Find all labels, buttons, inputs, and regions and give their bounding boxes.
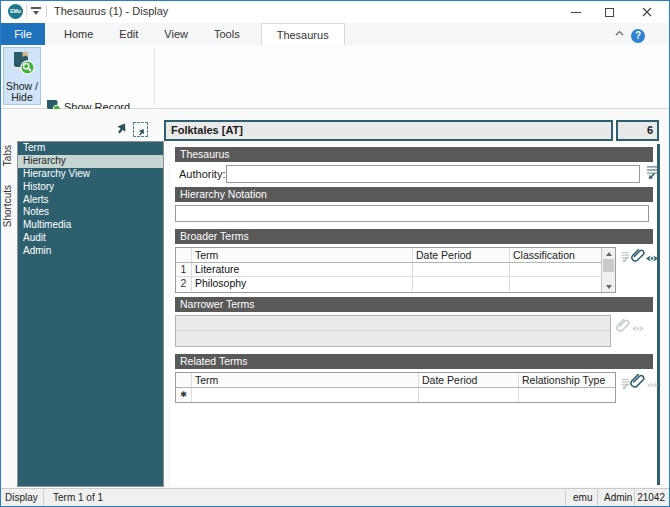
status-mode: Display [1, 489, 43, 506]
date-period-cell[interactable] [413, 263, 510, 276]
tab-home[interactable]: Home [51, 23, 106, 45]
broader-view-button[interactable] [645, 250, 659, 268]
scrollbar-thumb[interactable] [603, 259, 614, 272]
classification-cell[interactable] [510, 263, 600, 276]
tab-view[interactable]: View [151, 23, 201, 45]
eye-icon [645, 253, 659, 264]
ribbon-group-separator [154, 48, 155, 105]
sidebar-tab-tabs[interactable]: Tabs [2, 145, 13, 166]
sidebar-item-alerts[interactable]: Alerts [18, 194, 163, 207]
table-row: ✱ [176, 388, 615, 402]
section-header-narrower-terms: Narrower Terms [175, 297, 653, 312]
classification-cell[interactable] [510, 277, 600, 291]
row-number: 2 [176, 277, 192, 291]
show-hide-button[interactable]: Show / Hide [3, 47, 41, 105]
book-search-icon [8, 50, 36, 76]
help-icon[interactable]: ? [631, 29, 645, 43]
marquee-arrow-icon [136, 128, 145, 137]
marquee-select-button[interactable] [133, 122, 148, 137]
record-count-badge: 6 [616, 120, 659, 141]
maximize-button[interactable] [594, 1, 624, 23]
term-cell[interactable]: Philosophy [192, 277, 413, 291]
minimize-button[interactable] [561, 1, 591, 23]
tab-edit[interactable]: Edit [106, 23, 151, 45]
status-database: emu [566, 489, 597, 506]
minimize-icon [571, 12, 581, 13]
broader-terms-table: Term Date Period Classification 1 Litera… [175, 247, 616, 293]
table-scrollbar[interactable] [601, 248, 615, 292]
section-header-broader-terms: Broader Terms [175, 229, 653, 244]
related-attach-button[interactable] [630, 372, 645, 393]
sidebar-item-hierarchy-view[interactable]: Hierarchy View [18, 168, 163, 181]
table-row: 2 Philosophy [176, 277, 615, 291]
column-header-term[interactable]: Term [192, 373, 419, 387]
section-header-related-terms: Related Terms [175, 354, 653, 369]
sidebar-item-notes[interactable]: Notes [18, 206, 163, 219]
authority-lookup-button[interactable] [645, 165, 658, 184]
term-cell[interactable]: Literature [192, 263, 413, 276]
tab-tools[interactable]: Tools [201, 23, 253, 45]
date-period-cell[interactable] [419, 388, 519, 402]
collapse-ribbon-icon[interactable] [615, 30, 624, 36]
narrower-attach-button [616, 317, 630, 337]
select-pointer-icon [113, 122, 127, 136]
section-header-thesaurus: Thesaurus [175, 147, 653, 162]
lookup-list-icon [645, 165, 658, 180]
workspace: Folktales [AT] 6 Tabs Shortcuts Term Hie… [1, 109, 669, 488]
related-view-button [646, 376, 659, 394]
sidebar-item-audit[interactable]: Audit [18, 232, 163, 245]
status-record-number: 21042 [635, 489, 669, 506]
broader-lookup-button [620, 249, 630, 267]
ribbon: Show / Hide Show Record Always Show Reco… [1, 45, 669, 109]
narrower-terms-box [175, 315, 611, 347]
window-title: Thesaurus (1) - Display [54, 5, 168, 17]
hierarchy-notation-input[interactable] [175, 205, 649, 222]
sidebar-item-admin[interactable]: Admin [18, 245, 163, 258]
authority-input[interactable] [226, 165, 640, 183]
status-user: Admin [598, 489, 634, 506]
lookup-list-icon-disabled [620, 251, 630, 263]
tab-list: Term Hierarchy Hierarchy View History Al… [17, 141, 164, 487]
titlebar-separator [46, 5, 47, 18]
sidebar-item-term[interactable]: Term [18, 142, 163, 155]
eye-icon-disabled [646, 380, 659, 390]
column-header-term[interactable]: Term [192, 248, 413, 262]
sidebar-item-hierarchy[interactable]: Hierarchy [18, 155, 163, 168]
table-row: 1 Literature [176, 263, 615, 277]
date-period-cell[interactable] [413, 277, 510, 291]
tab-file[interactable]: File [1, 23, 45, 45]
column-header-relationship-type[interactable]: Relationship Type [519, 373, 615, 387]
authority-label: Authority: [179, 168, 225, 180]
tab-thesaurus[interactable]: Thesaurus [261, 23, 345, 45]
status-record-position: Term 1 of 1 [44, 489, 565, 506]
term-cell[interactable] [192, 388, 419, 402]
sidebar-item-multimedia[interactable]: Multimedia [18, 219, 163, 232]
emu-logo-icon: EMu [8, 4, 23, 19]
row-number: 1 [176, 263, 192, 276]
show-hide-label: Show / Hide [4, 81, 40, 103]
hierarchy-tab-page: Thesaurus Authority: Hierarchy Notation … [171, 144, 660, 485]
scroll-up-icon[interactable] [602, 248, 615, 259]
relationship-type-cell[interactable] [519, 388, 615, 402]
scroll-down-icon[interactable] [602, 281, 615, 292]
paperclip-icon [631, 247, 645, 263]
sidebar-item-history[interactable]: History [18, 181, 163, 194]
broader-attach-button[interactable] [631, 247, 645, 267]
row-number-header[interactable] [176, 373, 192, 387]
paperclip-icon-disabled [616, 317, 630, 333]
close-button[interactable] [632, 1, 662, 23]
related-lookup-button [620, 376, 630, 394]
maximize-icon [605, 8, 614, 17]
column-header-date-period[interactable]: Date Period [413, 248, 510, 262]
section-header-hierarchy-notation: Hierarchy Notation [175, 187, 653, 202]
column-header-classification[interactable]: Classification [510, 248, 600, 262]
row-number-header[interactable] [176, 248, 192, 262]
column-header-date-period[interactable]: Date Period [419, 373, 519, 387]
ribbon-tab-row: File Home Edit View Tools Thesaurus [1, 23, 669, 45]
quick-access-dropdown-icon[interactable] [31, 7, 41, 17]
titlebar-separator [26, 5, 27, 18]
select-pointer-button[interactable] [113, 122, 127, 140]
sidebar-tab-shortcuts[interactable]: Shortcuts [2, 185, 13, 227]
status-bar: Display Term 1 of 1 emu Admin 21042 [1, 488, 669, 506]
close-icon [642, 7, 652, 17]
